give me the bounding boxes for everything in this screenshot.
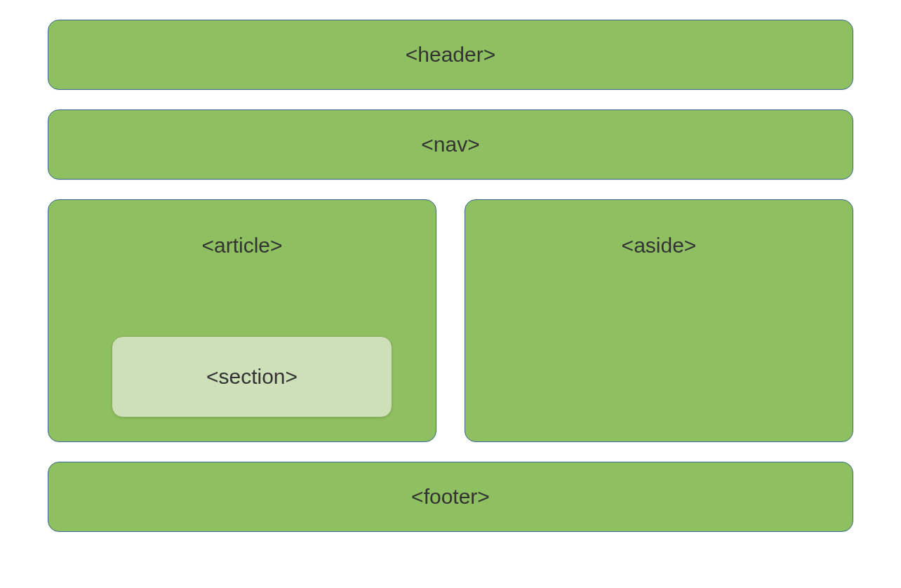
section-label: <section> — [206, 365, 298, 389]
article-label: <article> — [201, 234, 282, 258]
section-block: <section> — [112, 336, 392, 417]
header-label: <header> — [406, 43, 495, 67]
footer-block: <footer> — [48, 462, 853, 532]
content-row: <article> <section> <aside> — [48, 199, 853, 442]
aside-label: <aside> — [622, 234, 697, 258]
html5-layout-diagram: <header> <nav> <article> <section> <asid… — [48, 20, 853, 532]
aside-block: <aside> — [465, 199, 853, 442]
header-block: <header> — [48, 20, 853, 90]
nav-block: <nav> — [48, 109, 853, 180]
footer-label: <footer> — [411, 485, 490, 509]
article-block: <article> <section> — [48, 199, 436, 442]
nav-label: <nav> — [421, 133, 479, 156]
